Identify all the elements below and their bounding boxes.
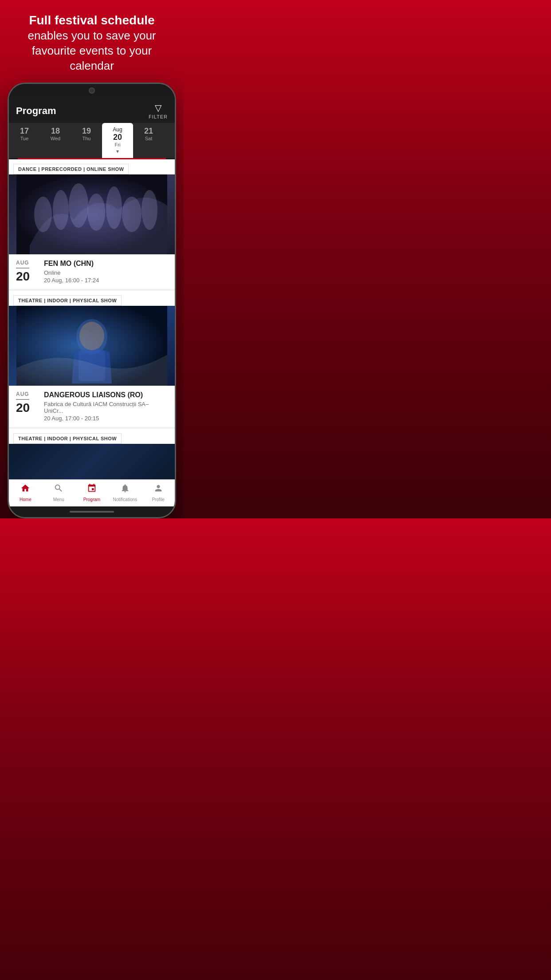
date-down-arrow: ▾	[116, 148, 119, 154]
promo-section: Full festival schedule enables you to sa…	[0, 0, 184, 83]
event-tag-theatre-2: THEATRE | INDOOR | PHYSICAL SHOW	[13, 433, 122, 444]
dance-svg	[16, 174, 167, 254]
nav-item-home[interactable]: Home	[12, 483, 39, 502]
nav-label-notifications: Notifications	[113, 497, 137, 502]
nav-item-notifications[interactable]: Notifications	[112, 483, 138, 502]
date-item-18[interactable]: 18 Wed	[40, 123, 71, 158]
date-item-19[interactable]: 19 Thu	[71, 123, 102, 158]
phone-bottom	[9, 506, 175, 517]
event-name-fen-mo: FEN MO (CHN)	[44, 260, 168, 268]
event-venue-dangerous-liaisons: Fabrica de Cultură IACM Construcții SA– …	[44, 401, 168, 414]
event-month-2: AUG	[16, 391, 29, 397]
program-icon	[87, 483, 97, 496]
home-indicator	[70, 511, 114, 513]
svg-point-11	[79, 322, 104, 350]
filter-button[interactable]: ▽ FILTER	[149, 103, 168, 119]
event-date-col-2: AUG 20	[16, 391, 40, 422]
event-tag-theatre-1: THEATRE | INDOOR | PHYSICAL SHOW	[13, 295, 122, 306]
event-name-dangerous-liaisons: DANGEROUS LIAISONS (RO)	[44, 391, 168, 399]
menu-icon	[54, 483, 63, 496]
nav-label-program: Program	[83, 497, 100, 502]
date-item-17[interactable]: 17 Tue	[9, 123, 40, 158]
event-tag-dance: DANCE | PRERECORDED | ONLINE SHOW	[13, 164, 129, 174]
event-image-theatre	[9, 306, 175, 386]
nav-item-menu[interactable]: Menu	[45, 483, 72, 502]
event-month-1: AUG	[16, 260, 29, 266]
nav-label-profile: Profile	[152, 497, 164, 502]
event-image-dance	[9, 174, 175, 254]
app-screen: Program ▽ FILTER 17 Tue 18 Wed 19 Thu	[9, 97, 175, 506]
phone-top-bar	[9, 84, 175, 97]
event-info-fen-mo: AUG 20 FEN MO (CHN) Online 20 Aug, 16:00…	[9, 254, 175, 289]
promo-bold: Full festival schedule	[29, 13, 154, 27]
event-details-dangerous-liaisons: DANGEROUS LIAISONS (RO) Fabrica de Cultu…	[40, 391, 168, 422]
event-time-dangerous-liaisons: 20 Aug, 17:00 - 20:15	[44, 415, 168, 422]
event-card-partial-3[interactable]: THEATRE | INDOOR | PHYSICAL SHOW	[9, 429, 175, 479]
event-time-fen-mo: 20 Aug, 16:00 - 17:24	[44, 277, 168, 284]
event-date-line-2	[16, 399, 29, 400]
filter-label: FILTER	[149, 114, 168, 119]
event-info-dangerous-liaisons: AUG 20 DANGEROUS LIAISONS (RO) Fabrica d…	[9, 386, 175, 427]
events-list: DANCE | PRERECORDED | ONLINE SHOW	[9, 159, 175, 479]
promo-normal: enables you to save your favourite event…	[28, 29, 156, 72]
phone-frame: Program ▽ FILTER 17 Tue 18 Wed 19 Thu	[8, 83, 176, 518]
app-header: Program ▽ FILTER	[9, 97, 175, 123]
nav-label-home: Home	[20, 497, 31, 502]
date-item-21[interactable]: 21 Sat	[133, 123, 164, 158]
date-item-22[interactable]: 22 Sun	[164, 123, 175, 158]
home-icon	[20, 483, 30, 496]
date-item-20-active[interactable]: Aug 20 Fri ▾	[102, 123, 133, 158]
event-date-col-1: AUG 20	[16, 260, 40, 284]
theatre-svg	[16, 306, 167, 386]
notifications-icon	[120, 483, 130, 496]
event-day-1: 20	[16, 270, 30, 283]
phone-camera	[89, 87, 95, 94]
nav-item-program[interactable]: Program	[79, 483, 105, 502]
app-title: Program	[16, 105, 56, 117]
event-card-dangerous-liaisons[interactable]: THEATRE | INDOOR | PHYSICAL SHOW	[9, 291, 175, 427]
event-date-line-1	[16, 268, 29, 269]
bottom-nav: Home Menu Program	[9, 479, 175, 506]
event-venue-fen-mo: Online	[44, 269, 168, 276]
event-card-fen-mo[interactable]: DANCE | PRERECORDED | ONLINE SHOW	[9, 159, 175, 289]
profile-icon	[153, 483, 163, 496]
event-day-2: 20	[16, 402, 30, 414]
nav-item-profile[interactable]: Profile	[145, 483, 172, 502]
date-bar: 17 Tue 18 Wed 19 Thu Aug 20 Fri ▾ 21	[9, 123, 175, 158]
nav-label-menu: Menu	[53, 497, 64, 502]
event-details-fen-mo: FEN MO (CHN) Online 20 Aug, 16:00 - 17:2…	[40, 260, 168, 284]
event-image-theatre2	[9, 444, 175, 479]
filter-icon: ▽	[155, 103, 161, 113]
